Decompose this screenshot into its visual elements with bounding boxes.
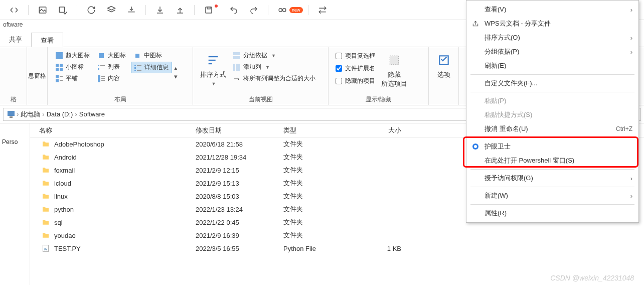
folder-icon	[41, 205, 50, 214]
file-name: Android	[54, 154, 77, 161]
cm-eye-guard[interactable]: 护眼卫士	[466, 139, 638, 154]
export-icon[interactable]	[122, 3, 140, 18]
cm-new[interactable]: 新建(W)›	[466, 189, 638, 203]
svg-point-52	[474, 145, 477, 148]
col-date[interactable]: 修改日期	[196, 126, 283, 135]
cm-powershell[interactable]: 在此处打开 Powershell 窗口(S)	[466, 154, 638, 168]
svg-rect-31	[137, 68, 141, 68]
svg-rect-13	[60, 68, 63, 71]
new-badge: new	[289, 7, 303, 13]
eye-icon	[471, 143, 479, 151]
svg-rect-22	[100, 69, 105, 69]
options-button[interactable]: 选项	[434, 50, 454, 96]
col-name[interactable]: 名称	[30, 126, 196, 135]
file-date: 2020/8/8 15:03	[196, 193, 283, 200]
cm-paste-shortcut: 粘贴快捷方式(S)	[466, 108, 638, 122]
chk-hidden-items[interactable]: 隐藏的项目	[334, 75, 377, 87]
cm-wps[interactable]: WPS云文档 - 分享文件	[466, 17, 638, 31]
file-row[interactable]: pyTEST.PY2022/3/5 16:55Python File1 KB	[30, 242, 644, 255]
tab-view[interactable]: 查看	[31, 33, 63, 47]
layout-l-icons[interactable]: 大图标	[95, 50, 129, 61]
breadcrumb-folder[interactable]: Software	[79, 110, 105, 118]
svg-rect-18	[99, 53, 104, 58]
sidebar-item[interactable]: Perso	[2, 138, 28, 146]
tab-share[interactable]: 共享	[0, 32, 31, 47]
svg-rect-44	[8, 111, 15, 116]
breadcrumb-pc[interactable]: 此电脑	[21, 110, 40, 119]
svg-rect-11	[60, 64, 63, 67]
image-check-icon[interactable]	[54, 3, 72, 18]
sort-button[interactable]: 排序方式▼	[198, 50, 228, 94]
file-type: 文件夹	[283, 153, 361, 162]
svg-rect-19	[98, 65, 99, 66]
cm-sort[interactable]: 排序方式(O)›	[466, 31, 638, 45]
undo-icon[interactable]	[225, 3, 243, 18]
layout-xl-icons[interactable]: 超大图标	[53, 50, 93, 61]
file-date: 2020/6/18 21:58	[196, 140, 283, 148]
fit-columns[interactable]: 将所有列调整为合适的大小	[230, 73, 318, 84]
redo-icon[interactable]	[245, 3, 263, 18]
svg-rect-21	[98, 68, 99, 70]
svg-rect-26	[101, 80, 105, 81]
cm-refresh[interactable]: 刷新(E)	[466, 59, 638, 73]
chk-file-ext[interactable]: 文件扩展名	[334, 63, 377, 74]
cm-custom-folder[interactable]: 自定义文件夹(F)...	[466, 76, 638, 90]
file-size: 1 KB	[361, 245, 411, 252]
col-type[interactable]: 类型	[283, 126, 361, 135]
layout-m-icons[interactable]: 中图标	[131, 50, 172, 61]
download-icon[interactable]	[151, 3, 169, 18]
refresh-icon[interactable]	[82, 3, 100, 18]
upload-icon[interactable]	[171, 3, 189, 18]
file-name: linux	[54, 193, 68, 200]
image-icon[interactable]	[34, 3, 52, 18]
stack-icon[interactable]	[102, 3, 120, 18]
file-name: icloud	[54, 180, 71, 187]
python-file-icon: py	[41, 244, 50, 253]
folder-icon	[41, 179, 50, 188]
layout-content[interactable]: 内容	[95, 73, 129, 84]
cm-group[interactable]: 分组依据(P)›	[466, 45, 638, 59]
layout-list[interactable]: 列表	[95, 62, 129, 72]
svg-rect-10	[56, 64, 59, 67]
breadcrumb[interactable]: › 此电脑 › Data (D:) › Software ⌄	[3, 108, 521, 121]
breadcrumb-drive[interactable]: Data (D:)	[47, 110, 73, 118]
svg-rect-39	[233, 64, 235, 71]
layout-details[interactable]: 详细信息	[131, 62, 172, 73]
file-row[interactable]: youdao2021/2/9 16:39文件夹	[30, 229, 644, 242]
swap-icon[interactable]	[313, 3, 332, 18]
svg-rect-45	[10, 116, 13, 118]
svg-rect-33	[137, 70, 141, 71]
svg-rect-29	[137, 65, 141, 66]
preview-pane[interactable]: 息窗格	[28, 72, 46, 80]
svg-rect-1	[59, 7, 65, 13]
svg-rect-24	[101, 76, 105, 77]
file-name: foxmail	[54, 167, 75, 174]
svg-rect-32	[134, 70, 136, 71]
add-column[interactable]: 添加列 ▼	[230, 62, 318, 72]
hide-selected[interactable]: 隐藏 所选项目	[379, 50, 409, 94]
folder-icon	[41, 153, 50, 162]
col-size[interactable]: 大小	[361, 126, 411, 135]
context-menu: 查看(V)› WPS云文档 - 分享文件 排序方式(O)› 分组依据(P)› 刷…	[466, 0, 639, 223]
cm-view[interactable]: 查看(V)›	[466, 3, 638, 17]
nav-pane-button[interactable]	[5, 50, 25, 94]
svg-rect-3	[206, 7, 212, 13]
code-icon[interactable]	[5, 3, 23, 18]
cm-properties[interactable]: 属性(R)	[466, 206, 638, 220]
file-name: TEST.PY	[54, 245, 81, 252]
ribbon-pane-label: 格	[5, 95, 22, 104]
cm-undo[interactable]: 撤消 重命名(U)Ctrl+Z	[466, 122, 638, 136]
ribbon-showhide-label: 显示/隐藏	[334, 95, 423, 104]
folder-icon	[41, 139, 50, 149]
chk-item-checkboxes[interactable]: 项目复选框	[334, 50, 377, 62]
layout-tile[interactable]: 平铺	[53, 73, 93, 84]
nav-sidebar[interactable]: Perso	[0, 123, 30, 285]
group-by[interactable]: 分组依据 ▼	[230, 50, 318, 61]
svg-rect-12	[56, 68, 59, 71]
cm-grant-access[interactable]: 授予访问权限(G)›	[466, 171, 638, 185]
svg-rect-37	[233, 52, 240, 55]
link-icon[interactable]	[273, 3, 291, 18]
layout-s-icons[interactable]: 小图标	[53, 62, 93, 72]
svg-rect-5	[279, 9, 282, 12]
file-type: 文件夹	[283, 218, 361, 227]
